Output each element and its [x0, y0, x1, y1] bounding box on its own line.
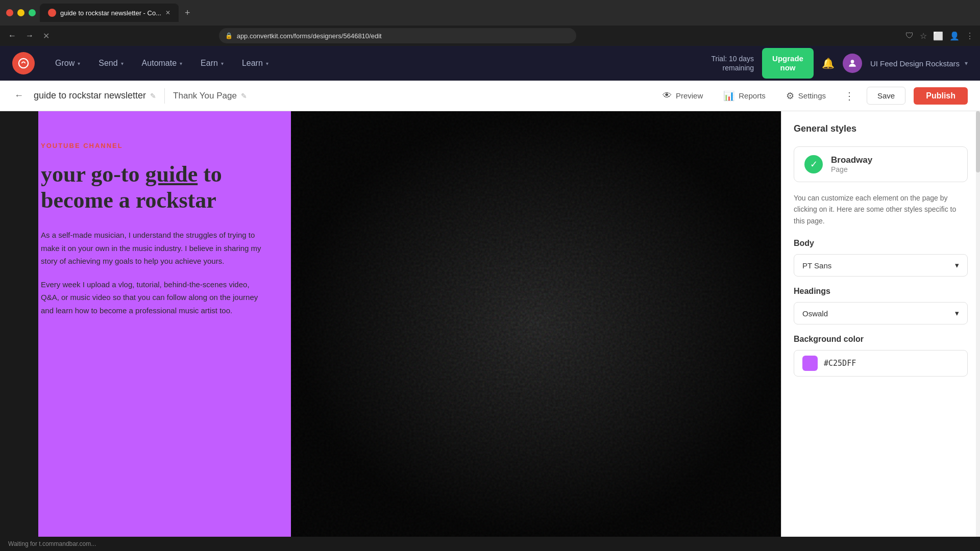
- toolbar-divider: [164, 88, 165, 104]
- body-font-value: PT Sans: [802, 261, 831, 270]
- url-text: app.convertkit.com/forms/designers/56468…: [237, 32, 382, 40]
- publish-button[interactable]: Publish: [914, 87, 968, 105]
- form-headline: your go-to guide tobecome a rockstar: [41, 162, 265, 213]
- headings-section-label: Headings: [794, 287, 968, 296]
- nav-grow-label: Grow: [55, 59, 75, 68]
- nav-learn-label: Learn: [242, 59, 263, 68]
- nav-learn[interactable]: Learn ▾: [234, 55, 277, 72]
- minimize-button[interactable]: −: [17, 9, 24, 16]
- address-bar[interactable]: 🔒 app.convertkit.com/forms/designers/564…: [219, 28, 576, 43]
- style-check-icon: ✓: [804, 155, 823, 173]
- bg-color-value: #C25DFF: [824, 359, 856, 368]
- tab-bar: guide to rockstar newsletter - Co... ✕ +: [40, 4, 974, 22]
- form-body-text-2: Every week I upload a vlog, tutorial, be…: [41, 278, 265, 317]
- back-button[interactable]: ←: [12, 88, 26, 103]
- save-button[interactable]: Save: [867, 87, 905, 105]
- nav-earn-label: Earn: [201, 59, 218, 68]
- settings-label: Settings: [798, 91, 826, 100]
- body-font-dropdown[interactable]: PT Sans ▾: [794, 254, 968, 277]
- settings-button[interactable]: ⚙ Settings: [780, 86, 832, 106]
- nav-send-label: Send: [99, 59, 117, 68]
- profile-icon[interactable]: 👤: [949, 31, 960, 41]
- preview-label: Preview: [676, 91, 703, 100]
- avatar: [843, 54, 862, 73]
- nav-send[interactable]: Send ▾: [90, 55, 131, 72]
- nav-grow-chevron: ▾: [78, 61, 80, 66]
- trial-line1: Trial: 10 days: [712, 54, 754, 63]
- reload-button[interactable]: ✕: [41, 29, 52, 43]
- nav-automate[interactable]: Automate ▾: [134, 55, 190, 72]
- shield-icon: 🛡: [905, 31, 914, 40]
- right-overlay: [291, 111, 781, 537]
- nav-grow[interactable]: Grow ▾: [47, 55, 88, 72]
- panel-description: You can customize each element on the pa…: [794, 192, 968, 227]
- star-icon[interactable]: ☆: [920, 31, 927, 41]
- toolbar: ← guide to rockstar newsletter ✎ Thank Y…: [0, 81, 980, 111]
- status-bar: Waiting for t.commandbar.com...: [0, 537, 980, 551]
- nav-send-chevron: ▾: [121, 61, 124, 66]
- form-body-text-1: As a self-made musician, I understand th…: [41, 229, 265, 268]
- nav-earn[interactable]: Earn ▾: [192, 55, 232, 72]
- browser-toolbar-icons: 🛡 ☆ ⬜ 👤 ⋮: [905, 31, 974, 41]
- form-title-text: guide to rockstar newsletter: [34, 90, 146, 101]
- status-text: Waiting for t.commandbar.com...: [8, 540, 96, 547]
- svg-point-0: [19, 59, 28, 68]
- more-options-button[interactable]: ⋮: [840, 88, 859, 104]
- style-card[interactable]: ✓ Broadway Page: [794, 146, 968, 182]
- bell-icon[interactable]: 🔔: [822, 57, 835, 69]
- preview-icon: 👁: [663, 90, 672, 101]
- close-button[interactable]: ✕: [6, 9, 13, 16]
- main-content: YOUTUBE CHANNEL your go-to guide tobecom…: [0, 111, 980, 537]
- nav-earn-chevron: ▾: [221, 61, 224, 66]
- user-menu-chevron: ▾: [965, 60, 968, 67]
- reports-icon: 📊: [723, 90, 734, 102]
- settings-icon: ⚙: [786, 90, 794, 102]
- tab-close-icon[interactable]: ✕: [165, 9, 170, 16]
- extensions-icon[interactable]: ⬜: [933, 31, 943, 41]
- bg-color-field[interactable]: #C25DFF: [794, 350, 968, 377]
- style-info: Broadway Page: [831, 155, 872, 173]
- new-tab-button[interactable]: +: [181, 6, 194, 20]
- form-title-section: guide to rockstar newsletter ✎: [34, 90, 156, 101]
- menu-icon[interactable]: ⋮: [966, 31, 974, 41]
- body-section-label: Body: [794, 239, 968, 248]
- top-nav: Grow ▾ Send ▾ Automate ▾ Earn ▾ Learn ▾: [0, 46, 980, 81]
- form-preview: YOUTUBE CHANNEL your go-to guide tobecom…: [0, 111, 781, 537]
- headings-font-chevron: ▾: [955, 309, 959, 318]
- nav-right: Trial: 10 days remaining Upgrade now 🔔 U…: [712, 48, 968, 79]
- forward-nav-button[interactable]: →: [23, 29, 36, 42]
- form-title-edit-icon[interactable]: ✎: [150, 92, 156, 100]
- form-right-panel: [291, 111, 781, 537]
- nav-learn-chevron: ▾: [266, 61, 268, 66]
- style-type: Page: [831, 165, 872, 173]
- form-left-panel[interactable]: YOUTUBE CHANNEL your go-to guide tobecom…: [0, 111, 291, 537]
- svg-point-1: [851, 60, 854, 63]
- body-font-chevron: ▾: [955, 261, 959, 270]
- headings-font-value: Oswald: [802, 309, 828, 318]
- active-tab[interactable]: guide to rockstar newsletter - Co... ✕: [40, 4, 179, 22]
- headings-font-dropdown[interactable]: Oswald ▾: [794, 302, 968, 324]
- page-tab-label: Thank You Page: [173, 91, 237, 101]
- upgrade-button[interactable]: Upgrade now: [762, 48, 814, 79]
- youtube-label: YOUTUBE CHANNEL: [41, 142, 265, 149]
- dark-strip: [0, 111, 38, 537]
- headline-part1: your go-to: [41, 162, 145, 187]
- address-bar-row: ← → ✕ 🔒 app.convertkit.com/forms/designe…: [0, 26, 980, 46]
- preview-button[interactable]: 👁 Preview: [656, 86, 709, 105]
- nav-automate-chevron: ▾: [180, 61, 182, 66]
- logo[interactable]: [12, 52, 35, 74]
- user-menu[interactable]: UI Feed Design Rockstars ▾: [870, 59, 968, 68]
- scrollbar-thumb[interactable]: [976, 111, 980, 172]
- page-tab-edit-icon[interactable]: ✎: [241, 92, 247, 100]
- reports-button[interactable]: 📊 Reports: [717, 86, 772, 106]
- back-nav-button[interactable]: ←: [6, 29, 18, 42]
- maximize-button[interactable]: ⬜: [29, 9, 36, 16]
- username-label: UI Feed Design Rockstars: [870, 59, 960, 68]
- reports-label: Reports: [739, 91, 766, 100]
- trial-line2: remaining: [712, 63, 754, 72]
- tab-favicon: [48, 9, 56, 17]
- tab-title: guide to rockstar newsletter - Co...: [60, 9, 161, 17]
- page-tab[interactable]: Thank You Page ✎: [173, 91, 247, 101]
- nav-items: Grow ▾ Send ▾ Automate ▾ Earn ▾ Learn ▾: [47, 55, 712, 72]
- panel-title: General styles: [794, 123, 968, 134]
